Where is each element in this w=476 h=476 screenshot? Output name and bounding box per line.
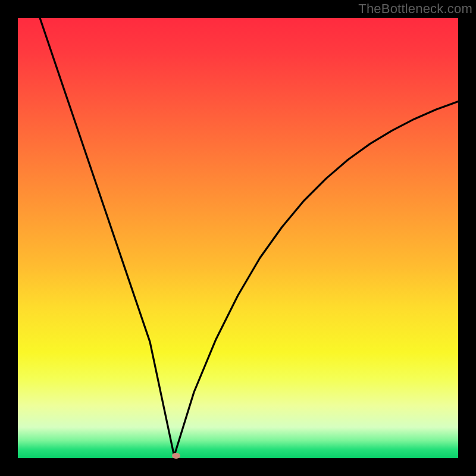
plot-area xyxy=(18,18,458,458)
chart-container: TheBottleneck.com xyxy=(0,0,476,476)
curve-svg xyxy=(18,18,458,458)
watermark-text: TheBottleneck.com xyxy=(358,1,472,17)
curve-path xyxy=(40,18,458,456)
